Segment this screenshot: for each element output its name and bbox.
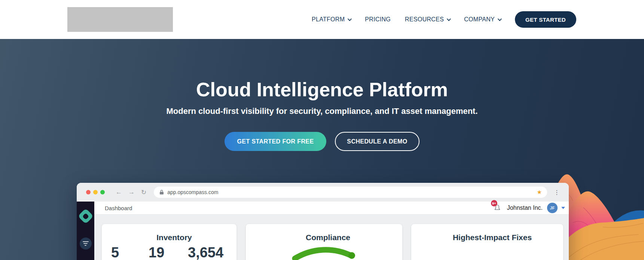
nav-item-label: PRICING bbox=[365, 16, 391, 23]
chevron-down-icon bbox=[498, 17, 502, 21]
browser-nav-buttons: ← → ↻ bbox=[116, 188, 146, 196]
inventory-card: Inventory 5 19 3,654 bbox=[102, 224, 236, 260]
page-title: Dashboard bbox=[105, 205, 132, 211]
get-started-button[interactable]: GET STARTED bbox=[515, 11, 576, 28]
nav-item-label: RESOURCES bbox=[405, 16, 444, 23]
nav-item-pricing[interactable]: PRICING bbox=[365, 16, 391, 23]
app-content: Dashboard 9+ Johnstan Inc. JF bbox=[77, 202, 569, 260]
refresh-icon[interactable]: ↻ bbox=[141, 188, 146, 196]
nav-item-resources[interactable]: RESOURCES bbox=[405, 16, 450, 23]
app-header-bar: Dashboard 9+ Johnstan Inc. JF bbox=[94, 202, 569, 215]
notification-count-badge: 9+ bbox=[491, 200, 497, 206]
highest-impact-fixes-card: Highest-Impact Fixes bbox=[411, 224, 563, 260]
traffic-light-minimize[interactable] bbox=[93, 190, 98, 194]
nav-item-platform[interactable]: PLATFORM bbox=[312, 16, 351, 23]
opscompass-logo-icon[interactable] bbox=[77, 208, 93, 224]
browser-menu-icon[interactable]: ⋮ bbox=[554, 189, 560, 196]
address-bar[interactable]: app.opscompass.com ★ bbox=[154, 187, 547, 198]
traffic-light-close[interactable] bbox=[86, 190, 91, 194]
site-header: PLATFORM PRICING RESOURCES COMPANY GET S… bbox=[0, 0, 644, 39]
inventory-value: 19 bbox=[149, 245, 164, 260]
hero-section: Cloud Intelligence Platform Modern cloud… bbox=[0, 39, 644, 260]
traffic-light-maximize[interactable] bbox=[100, 190, 105, 194]
chevron-down-icon bbox=[348, 17, 352, 21]
schedule-demo-button[interactable]: SCHEDULE A DEMO bbox=[335, 132, 419, 151]
filter-icon[interactable] bbox=[80, 238, 92, 250]
browser-window: ← → ↻ app.opscompass.com ★ ⋮ bbox=[77, 183, 569, 260]
site-logo-placeholder[interactable] bbox=[67, 7, 173, 32]
card-title: Highest-Impact Fixes bbox=[421, 233, 563, 242]
lock-icon bbox=[159, 190, 164, 195]
url-text: app.opscompass.com bbox=[167, 189, 218, 195]
compliance-card: Compliance bbox=[246, 224, 402, 260]
nav-item-company[interactable]: COMPANY bbox=[464, 16, 501, 23]
inventory-value: 3,654 bbox=[188, 245, 223, 260]
account-chevron-down-icon[interactable] bbox=[561, 207, 565, 209]
back-icon[interactable]: ← bbox=[116, 188, 122, 196]
app-sidebar bbox=[77, 202, 94, 260]
bookmark-star-icon[interactable]: ★ bbox=[537, 189, 542, 196]
card-title: Inventory bbox=[112, 233, 236, 242]
get-started-free-button[interactable]: GET STARTED FOR FREE bbox=[225, 132, 326, 151]
chevron-down-icon bbox=[447, 17, 451, 21]
app-main: Dashboard 9+ Johnstan Inc. JF bbox=[94, 202, 569, 260]
account-name: Johnstan Inc. bbox=[507, 205, 543, 211]
forward-icon[interactable]: → bbox=[128, 188, 135, 196]
dashboard-body: Inventory 5 19 3,654 Compliance bbox=[94, 215, 569, 260]
hero-subtitle: Modern cloud-first visibility for securi… bbox=[0, 106, 644, 116]
browser-chrome: ← → ↻ app.opscompass.com ★ ⋮ bbox=[77, 183, 569, 202]
main-nav: PLATFORM PRICING RESOURCES COMPANY GET S… bbox=[312, 11, 576, 28]
app-header-right: 9+ Johnstan Inc. JF bbox=[493, 203, 565, 213]
hero-title: Cloud Intelligence Platform bbox=[0, 39, 644, 101]
hero-cta-group: GET STARTED FOR FREE SCHEDULE A DEMO bbox=[0, 132, 644, 151]
page: PLATFORM PRICING RESOURCES COMPANY GET S… bbox=[0, 0, 644, 260]
user-avatar[interactable]: JF bbox=[547, 203, 558, 213]
inventory-value: 5 bbox=[111, 245, 119, 260]
nav-item-label: PLATFORM bbox=[312, 16, 345, 23]
notifications-button[interactable]: 9+ bbox=[493, 203, 502, 212]
nav-item-label: COMPANY bbox=[464, 16, 495, 23]
compliance-gauge-arc bbox=[246, 224, 402, 260]
